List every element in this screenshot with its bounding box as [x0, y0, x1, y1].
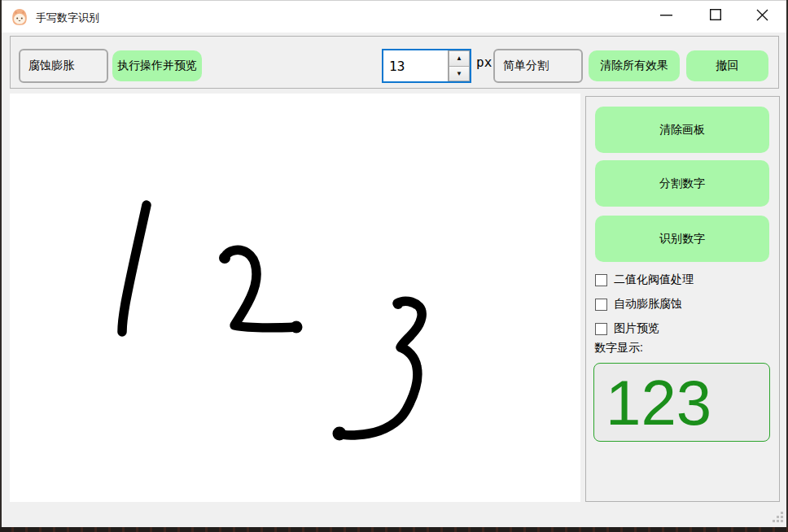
checkbox-box[interactable]: [595, 299, 607, 311]
app-window: 手写数字识别 腐蚀膨胀 执行操作并预览 ▲ ▼ px 简单分割 清除所有效果 撤…: [0, 0, 788, 532]
stroke-digit-1: [122, 205, 147, 332]
ink-blob: [291, 321, 303, 334]
pixel-size-input[interactable]: [383, 50, 448, 81]
stroke-digit-3: [339, 301, 422, 435]
execute-preview-button[interactable]: 执行操作并预览: [112, 50, 202, 81]
handwriting-layer: [10, 94, 580, 502]
morph-mode-button[interactable]: 腐蚀膨胀: [19, 49, 108, 83]
spin-down-icon[interactable]: ▼: [449, 66, 470, 82]
recognize-digits-button[interactable]: 识别数字: [595, 216, 769, 262]
maximize-button[interactable]: [697, 1, 734, 28]
window-border-left: [0, 0, 2, 532]
checkbox-box[interactable]: [595, 323, 607, 335]
checkbox-binarize[interactable]: 二值化阀值处理: [595, 273, 694, 287]
ink-blob: [219, 252, 230, 264]
recognition-result-box: 123: [593, 363, 770, 442]
undo-button[interactable]: 撤回: [686, 50, 768, 81]
pixel-size-spinbox[interactable]: ▲ ▼: [382, 49, 471, 83]
title-bar[interactable]: 手写数字识别: [2, 0, 786, 33]
resize-grip[interactable]: [772, 511, 784, 526]
ink-blob: [333, 427, 347, 441]
checkbox-auto-morph[interactable]: 自动膨胀腐蚀: [595, 297, 682, 312]
unit-label: px: [476, 55, 492, 70]
minimize-button[interactable]: [647, 1, 685, 28]
checkbox-label: 自动膨胀腐蚀: [614, 297, 682, 312]
spin-buttons: ▲ ▼: [448, 50, 470, 81]
checkbox-label: 图片预览: [614, 321, 659, 336]
drawing-canvas[interactable]: [10, 94, 580, 502]
window-title: 手写数字识别: [36, 11, 99, 25]
window-border-bottom: [0, 527, 788, 532]
split-digits-button[interactable]: 分割数字: [595, 160, 769, 207]
close-button[interactable]: [743, 1, 781, 28]
clear-canvas-button[interactable]: 清除画板: [595, 107, 769, 153]
checkbox-box[interactable]: [595, 274, 607, 286]
toolbar-frame: 腐蚀膨胀 执行操作并预览 ▲ ▼ px 简单分割 清除所有效果 撤回: [10, 36, 779, 89]
clear-effects-button[interactable]: 清除所有效果: [589, 50, 680, 81]
recognition-result-value: 123: [594, 371, 711, 434]
control-panel: 清除画板 分割数字 识别数字 二值化阀值处理 自动膨胀腐蚀 图片预览 数字显示:…: [585, 96, 780, 502]
digit-display-label: 数字显示:: [594, 341, 643, 355]
checkbox-image-preview[interactable]: 图片预览: [595, 321, 659, 336]
app-icon: [10, 7, 29, 27]
checkbox-label: 二值化阀值处理: [614, 273, 694, 287]
simple-split-button[interactable]: 简单分割: [493, 49, 583, 83]
spin-up-icon[interactable]: ▲: [449, 50, 470, 66]
ink-blob: [393, 299, 403, 309]
stroke-digit-2: [225, 250, 297, 328]
